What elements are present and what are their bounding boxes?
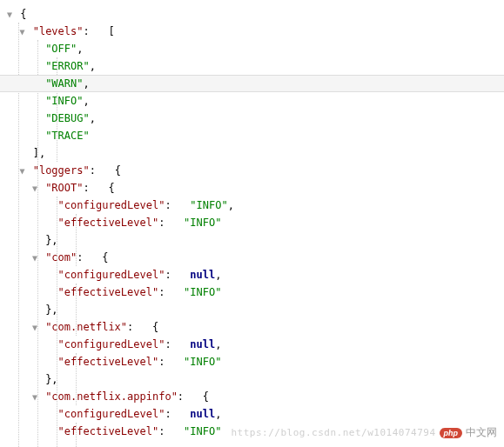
php-badge: php (440, 428, 463, 438)
json-line: "effectiveLevel": "INFO" (0, 214, 504, 231)
json-line: "configuredLevel": null, (0, 405, 504, 423)
json-line: "effectiveLevel": "INFO" (0, 353, 504, 370)
json-line: ▼ "com.netflix.appinfo": { (0, 388, 504, 405)
json-line: }, (0, 301, 504, 318)
json-line: "configuredLevel": "INFO", (0, 197, 504, 214)
collapse-arrow[interactable]: ▼ (30, 389, 39, 406)
collapse-arrow[interactable]: ▼ (30, 180, 39, 197)
json-line: }, (0, 370, 504, 388)
json-line: "OFF", (0, 40, 504, 57)
json-line: ▼ { (0, 5, 504, 23)
json-line: "configuredLevel": null, (0, 336, 504, 353)
json-line: ▼ "levels": [ (0, 23, 504, 40)
json-line: "effectiveLevel": "INFO" (0, 284, 504, 301)
watermark: https://blog.csdn.net/w1014074794 php 中文… (231, 425, 497, 440)
json-line: "configuredLevel": null, (0, 266, 504, 284)
json-line: "INFO", (0, 92, 504, 110)
collapse-arrow[interactable]: ▼ (30, 319, 39, 337)
json-line: "DEBUG", (0, 110, 504, 127)
json-line: ▼ "com": { (0, 249, 504, 266)
watermark-url: https://blog.csdn.net/w1014074794 (231, 427, 435, 438)
json-line: ▼ "loggers": { (0, 162, 504, 179)
json-line: "TRACE" (0, 127, 504, 144)
json-line: "WARN", (0, 75, 504, 92)
collapse-arrow[interactable]: ▼ (17, 23, 26, 41)
collapse-arrow[interactable]: ▼ (17, 163, 26, 180)
json-line: ], (0, 144, 504, 162)
watermark-zh: 中文网 (466, 425, 497, 440)
collapse-arrow[interactable]: ▼ (30, 250, 39, 267)
json-line: }, (0, 231, 504, 249)
collapse-arrow[interactable]: ▼ (5, 6, 14, 23)
json-line: "ERROR", (0, 57, 504, 75)
json-line: ▼ "ROOT": { (0, 179, 504, 197)
json-line: ▼ "com.netflix": { (0, 318, 504, 336)
